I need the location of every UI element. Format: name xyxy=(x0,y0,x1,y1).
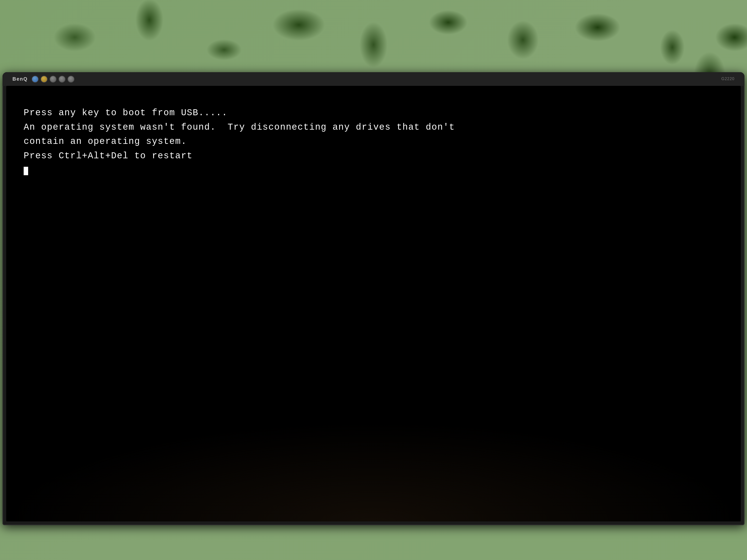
monitor-button-3[interactable] xyxy=(50,76,56,83)
terminal-cursor-line xyxy=(24,163,723,178)
terminal-output: Press any key to boot from USB..... An o… xyxy=(24,106,723,178)
monitor-button-5[interactable] xyxy=(68,76,74,83)
terminal-cursor xyxy=(24,167,28,175)
monitor-button-4[interactable] xyxy=(58,76,66,83)
terminal-line-3: contain an operating system. xyxy=(24,134,723,149)
terminal-line-2: An operating system wasn't found. Try di… xyxy=(24,120,723,135)
terminal-line-1: Press any key to boot from USB..... xyxy=(24,106,723,120)
monitor-bezel-top: BenQ G2220 xyxy=(2,72,745,86)
monitor-frame: BenQ G2220 Press any key to boot from US… xyxy=(2,72,745,525)
screen-glow xyxy=(6,422,741,522)
benq-logo: BenQ xyxy=(12,76,28,82)
screen-content: Press any key to boot from USB..... An o… xyxy=(6,86,741,522)
monitor-button-1[interactable] xyxy=(32,76,38,83)
monitor-model: G2220 xyxy=(721,77,735,81)
terminal-line-4: Press Ctrl+Alt+Del to restart xyxy=(24,149,723,163)
monitor-screen: Press any key to boot from USB..... An o… xyxy=(6,86,741,522)
monitor-button-2[interactable] xyxy=(41,76,48,83)
